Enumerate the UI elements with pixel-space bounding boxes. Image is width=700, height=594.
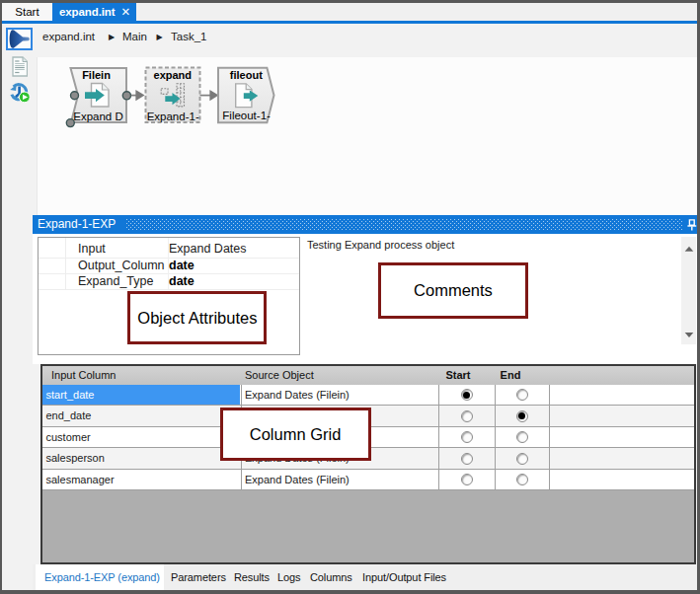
svg-text:Expand-1-: Expand-1- [147,111,199,122]
svg-text:Filein: Filein [82,69,111,81]
svg-text:fileout: fileout [230,69,263,81]
svg-text:Expand D: Expand D [73,111,123,122]
svg-text:expand: expand [154,69,193,81]
svg-text:Fileout-1-: Fileout-1- [222,110,271,121]
